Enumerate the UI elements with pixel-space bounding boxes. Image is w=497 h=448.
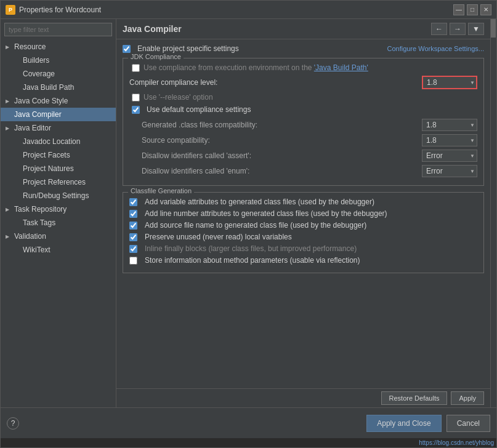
classfile-item-add-variable: Add variable attributes to generated cla… <box>129 198 477 206</box>
scrollbar-thumb <box>491 19 496 38</box>
sidebar-item-validation[interactable]: ▶ Validation <box>1 230 116 243</box>
java-build-path-link[interactable]: 'Java Build Path' <box>314 63 368 72</box>
sidebar-item-java-code-style[interactable]: ▶ Java Code Style <box>1 94 116 108</box>
configure-workspace-link[interactable]: Configure Workspace Settings... <box>387 45 484 52</box>
classfile-item-add-source-file: Add source file name to generated class … <box>129 221 477 230</box>
sidebar-item-resource[interactable]: ▶ Resource <box>1 40 116 54</box>
sidebar-item-label: Project References <box>23 178 86 186</box>
sidebar-item-project-references[interactable]: Project References <box>1 175 116 189</box>
sidebar-item-project-facets[interactable]: Project Facets <box>1 148 116 162</box>
add-line-number-label: Add line number attributes to generated … <box>145 209 387 218</box>
enable-specific-settings-row: Enable project specific settings Configu… <box>123 44 484 53</box>
expand-arrow: ▶ <box>6 44 12 50</box>
nav-buttons: ← → ▼ <box>431 23 484 35</box>
close-button[interactable]: ✕ <box>480 4 491 15</box>
apply-button[interactable]: Apply <box>451 391 484 405</box>
inline-finally-label: Inline finally blocks (larger class file… <box>145 244 357 253</box>
sidebar-item-javadoc-location[interactable]: Javadoc Location <box>1 135 116 148</box>
store-method-params-checkbox[interactable] <box>129 257 137 265</box>
source-compatibility-select[interactable]: 1.8 <box>422 134 477 146</box>
use-default-compliance-text: Use default compliance settings <box>147 105 251 114</box>
expand-arrow: ▶ <box>6 98 12 104</box>
sidebar-item-builders[interactable]: Builders <box>1 54 116 67</box>
generated-class-select-wrapper: 1.8 <box>422 119 477 131</box>
use-default-compliance-checkbox[interactable] <box>132 106 140 114</box>
classfile-item-preserve-unused: Preserve unused (never read) local varia… <box>129 233 477 241</box>
add-variable-checkbox[interactable] <box>129 198 137 206</box>
disallow-enum-select-wrapper: Error Warning Ignore <box>422 165 477 177</box>
sidebar-item-label: Project Facets <box>23 151 70 159</box>
expand-arrow: ▶ <box>6 234 12 239</box>
filter-input[interactable] <box>4 23 112 36</box>
expand-arrow: ▶ <box>6 207 12 212</box>
enable-specific-settings-checkbox[interactable] <box>123 45 131 53</box>
sidebar-item-label: Java Editor <box>14 124 51 132</box>
back-button[interactable]: ← <box>431 23 447 35</box>
use-default-compliance-label[interactable]: Use default compliance settings <box>132 105 251 114</box>
nav-menu-button[interactable]: ▼ <box>468 23 484 35</box>
disallow-enum-select[interactable]: Error Warning Ignore <box>422 165 477 177</box>
compiler-compliance-label: Compiler compliance level: <box>129 78 417 87</box>
minimize-button[interactable]: — <box>453 4 464 15</box>
preserve-unused-label: Preserve unused (never read) local varia… <box>145 233 292 241</box>
compliance-select-wrapper: 1.6 1.7 1.8 9 10 11 <box>422 76 477 89</box>
disallow-assert-select[interactable]: Error Warning Ignore <box>422 150 477 162</box>
generated-class-files-select[interactable]: 1.8 <box>422 119 477 131</box>
right-scrollbar[interactable] <box>490 19 496 407</box>
sidebar-item-java-build-path[interactable]: Java Build Path <box>1 81 116 94</box>
bottom-url: https://blog.csdn.net/yhblog <box>1 438 496 447</box>
store-method-params-label: Store information about method parameter… <box>145 256 360 265</box>
add-line-number-checkbox[interactable] <box>129 210 137 218</box>
generated-class-files-row: Generated .class files compatibility: 1.… <box>129 119 477 131</box>
use-compliance-row: Use compliance from execution environmen… <box>129 63 477 72</box>
sidebar-item-task-tags[interactable]: Task Tags <box>1 216 116 230</box>
jdk-compliance-section: JDK Compliance Use compliance from execu… <box>123 58 484 186</box>
sidebar-item-label: Validation <box>14 232 46 241</box>
sidebar: ▶ Resource Builders Coverage Java Build … <box>1 19 116 407</box>
classfile-item-inline-finally: Inline finally blocks (larger class file… <box>129 244 477 253</box>
panel-title: Java Compiler <box>123 24 182 34</box>
expand-arrow: ▶ <box>6 126 12 131</box>
source-compatibility-label: Source compatibility: <box>142 136 422 145</box>
sidebar-item-coverage[interactable]: Coverage <box>1 67 116 81</box>
title-bar: P Properties for Wordcount — □ ✕ <box>1 1 496 19</box>
sidebar-item-label: Javadoc Location <box>23 137 80 146</box>
compiler-compliance-row: Compiler compliance level: 1.6 1.7 1.8 9… <box>129 76 477 89</box>
sidebar-item-run-debug-settings[interactable]: Run/Debug Settings <box>1 189 116 202</box>
use-release-row: Use '--release' option <box>129 93 477 102</box>
sidebar-item-task-repository[interactable]: ▶ Task Repository <box>1 202 116 216</box>
enable-specific-settings-text: Enable project specific settings <box>137 44 239 53</box>
apply-and-close-button[interactable]: Apply and Close <box>366 415 441 432</box>
use-release-checkbox[interactable] <box>132 94 140 102</box>
sidebar-item-label: Java Build Path <box>23 83 74 92</box>
compiler-compliance-select[interactable]: 1.6 1.7 1.8 9 10 11 <box>422 76 477 89</box>
disallow-assert-select-wrapper: Error Warning Ignore <box>422 150 477 162</box>
source-compat-select-wrapper: 1.8 <box>422 134 477 146</box>
footer-right: Apply and Close Cancel <box>366 415 490 432</box>
sidebar-item-java-compiler[interactable]: Java Compiler <box>1 108 116 121</box>
use-default-compliance-row: Use default compliance settings <box>129 105 477 114</box>
sidebar-item-label: Java Compiler <box>14 110 62 119</box>
sidebar-item-project-natures[interactable]: Project Natures <box>1 162 116 175</box>
maximize-button[interactable]: □ <box>467 4 478 15</box>
title-controls: — □ ✕ <box>453 4 491 15</box>
restore-defaults-button[interactable]: Restore Defaults <box>381 391 448 405</box>
disallow-enum-row: Disallow identifiers called 'enum': Erro… <box>129 165 477 177</box>
use-compliance-checkbox[interactable] <box>132 64 140 72</box>
cancel-button[interactable]: Cancel <box>446 415 490 432</box>
sidebar-item-java-editor[interactable]: ▶ Java Editor <box>1 121 116 135</box>
add-source-file-checkbox[interactable] <box>129 222 137 230</box>
use-compliance-label: Use compliance from execution environmen… <box>143 63 368 72</box>
inline-finally-checkbox[interactable] <box>129 245 137 253</box>
forward-button[interactable]: → <box>450 23 466 35</box>
restore-area: Restore Defaults Apply <box>116 388 490 407</box>
classfile-section-title: Classfile Generation <box>128 187 194 194</box>
content-area: ▶ Resource Builders Coverage Java Build … <box>1 19 496 407</box>
sidebar-item-label: WikiText <box>23 246 51 254</box>
classfile-item-add-line-number: Add line number attributes to generated … <box>129 209 477 218</box>
help-icon[interactable]: ? <box>7 417 19 430</box>
preserve-unused-checkbox[interactable] <box>129 233 137 241</box>
sidebar-item-wikitext[interactable]: WikiText <box>1 243 116 257</box>
window-icon: P <box>6 5 15 15</box>
enable-specific-settings-label[interactable]: Enable project specific settings <box>123 44 239 53</box>
